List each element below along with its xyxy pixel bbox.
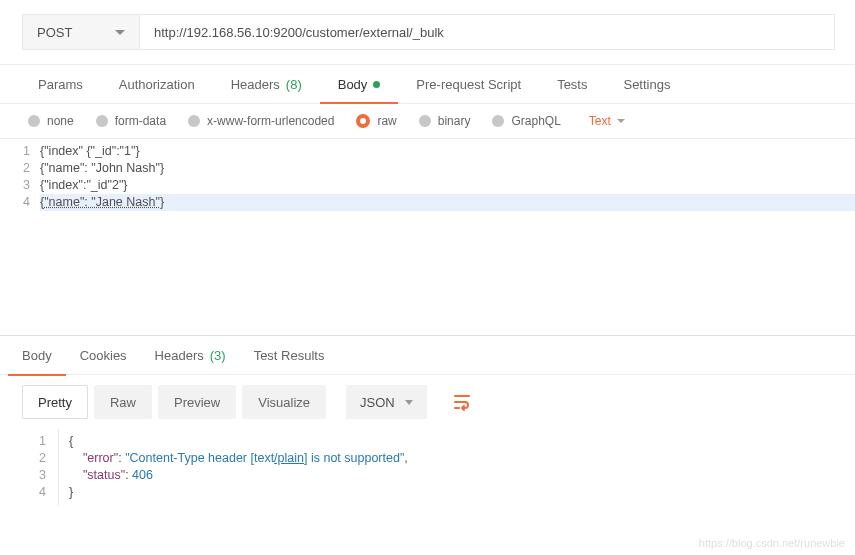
radio-checked-icon (356, 114, 370, 128)
tab-authorization[interactable]: Authorization (101, 65, 213, 103)
body-format-dropdown[interactable]: Text (589, 114, 625, 128)
radio-icon (188, 115, 200, 127)
http-method-value: POST (37, 25, 72, 40)
resp-lines: { "error": "Content-Type header [text/pl… (58, 429, 855, 505)
resp-line: { (69, 433, 855, 450)
code-lines: {"index" {"_id":"1"} {"name": "John Nash… (40, 139, 855, 215)
radio-icon (419, 115, 431, 127)
code-line: {"index" {"_id":"1"} (40, 143, 855, 160)
chevron-down-icon (405, 400, 413, 405)
tab-body[interactable]: Body (320, 65, 399, 103)
response-format-dropdown[interactable]: JSON (346, 385, 427, 419)
radio-icon (96, 115, 108, 127)
response-toolbar: Pretty Raw Preview Visualize JSON (0, 375, 855, 429)
resp-line: "status": 406 (69, 467, 855, 484)
radio-xwww[interactable]: x-www-form-urlencoded (188, 114, 334, 128)
line-gutter: 1234 (0, 139, 40, 215)
response-tabs: Body Cookies Headers (3) Test Results (0, 335, 855, 375)
resp-tab-headers[interactable]: Headers (3) (141, 335, 240, 375)
radio-none[interactable]: none (28, 114, 74, 128)
tab-prerequest[interactable]: Pre-request Script (398, 65, 539, 103)
code-line: {"name": "Jane Nash"} (40, 195, 164, 209)
resp-headers-count: (3) (210, 348, 226, 363)
code-line: {"name": "John Nash"} (40, 160, 855, 177)
resp-tab-body[interactable]: Body (8, 335, 66, 375)
radio-icon (492, 115, 504, 127)
view-pretty-button[interactable]: Pretty (22, 385, 88, 419)
request-body-editor[interactable]: 1234 {"index" {"_id":"1"} {"name": "John… (0, 138, 855, 215)
chevron-down-icon (617, 119, 625, 123)
view-raw-button[interactable]: Raw (94, 385, 152, 419)
headers-count: (8) (286, 77, 302, 92)
tab-tests[interactable]: Tests (539, 65, 605, 103)
resp-line: } (69, 484, 855, 501)
body-modified-indicator-icon (373, 81, 380, 88)
view-visualize-button[interactable]: Visualize (242, 385, 326, 419)
http-method-select[interactable]: POST (22, 14, 140, 50)
resp-tab-cookies[interactable]: Cookies (66, 335, 141, 375)
radio-graphql[interactable]: GraphQL (492, 114, 560, 128)
view-preview-button[interactable]: Preview (158, 385, 236, 419)
chevron-down-icon (115, 30, 125, 35)
resp-tab-testresults[interactable]: Test Results (240, 335, 339, 375)
watermark: https://blog.csdn.net/runewbie (699, 537, 845, 549)
radio-formdata[interactable]: form-data (96, 114, 166, 128)
wrap-lines-button[interactable] (445, 385, 479, 419)
url-input[interactable] (140, 14, 835, 50)
radio-icon (28, 115, 40, 127)
radio-binary[interactable]: binary (419, 114, 471, 128)
resp-line-gutter: 1234 (18, 429, 58, 505)
tab-headers[interactable]: Headers (8) (213, 65, 320, 103)
resp-line: "error": "Content-Type header [text/plai… (69, 450, 855, 467)
tab-params[interactable]: Params (20, 65, 101, 103)
code-line: {"index":"_id"2"} (40, 177, 855, 194)
request-tabs: Params Authorization Headers (8) Body Pr… (0, 65, 855, 103)
wrap-icon (452, 392, 472, 412)
radio-raw[interactable]: raw (356, 114, 396, 128)
request-bar: POST (0, 0, 855, 65)
body-type-radios: none form-data x-www-form-urlencoded raw… (0, 103, 855, 138)
tab-settings[interactable]: Settings (605, 65, 688, 103)
response-body-viewer[interactable]: 1234 { "error": "Content-Type header [te… (0, 429, 855, 505)
